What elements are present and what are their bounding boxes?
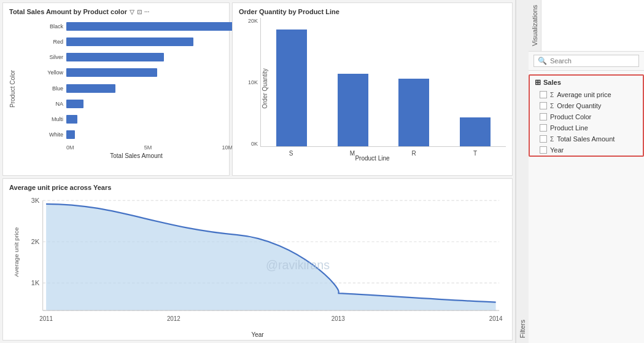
col-x-label: S bbox=[260, 150, 322, 157]
field-label: Product Line bbox=[550, 124, 588, 132]
area-chart-container: 3K 2K 1K 2011 2012 2013 2014 @ravikirans… bbox=[9, 194, 506, 331]
col-x-title: Product Line bbox=[355, 155, 389, 162]
svg-text:2012: 2012 bbox=[167, 315, 180, 322]
bar-row: White bbox=[40, 129, 233, 141]
field-label: Order Quantity bbox=[557, 102, 601, 109]
field-checkbox[interactable] bbox=[540, 102, 547, 109]
field-item[interactable]: ΣTotal Sales Amount bbox=[530, 133, 643, 144]
bar-chart-title-text: Total Sales Amount by Product color bbox=[9, 8, 127, 15]
bar-chart-card: Total Sales Amount by Product color ▽ ⊡ … bbox=[2, 2, 230, 176]
bar-row: Black bbox=[40, 20, 233, 32]
col-y-tick-20k: 20K bbox=[248, 18, 258, 24]
search-box[interactable]: 🔍 bbox=[533, 55, 639, 67]
field-item[interactable]: ΣAverage unit price bbox=[530, 89, 643, 100]
bar-fill bbox=[66, 22, 233, 31]
sidebar: Filters Visualizations 🔍 ⊞ Sales bbox=[515, 0, 644, 343]
col-bars bbox=[260, 18, 506, 147]
field-label: Total Sales Amount bbox=[557, 135, 615, 143]
field-item[interactable]: Year bbox=[530, 144, 643, 156]
main-content: Total Sales Amount by Product color ▽ ⊡ … bbox=[0, 0, 515, 343]
bar-label: NA bbox=[40, 101, 63, 107]
field-checkbox[interactable] bbox=[540, 146, 547, 154]
bar-fill bbox=[66, 37, 193, 46]
col-y-tick-0k: 0K bbox=[251, 141, 258, 147]
bar-row: Red bbox=[40, 36, 233, 47]
bar-x-tick: 10M bbox=[222, 144, 233, 151]
bar-x-tick: 0M bbox=[66, 144, 74, 151]
bar-row: Blue bbox=[40, 82, 233, 94]
col-x-label: T bbox=[444, 150, 506, 157]
col-chart-title: Order Quantity by Product Line bbox=[239, 8, 506, 15]
field-checkbox[interactable] bbox=[540, 135, 547, 143]
field-sigma: Σ bbox=[550, 103, 554, 109]
col-bar-group bbox=[261, 18, 322, 146]
area-chart-title: Average unit price across Years bbox=[9, 184, 506, 191]
bar-y-axis-label: Product Color bbox=[9, 18, 21, 159]
col-bar-group bbox=[322, 18, 384, 146]
sales-group-label: Sales bbox=[543, 79, 561, 86]
field-item[interactable]: Product Line bbox=[530, 122, 643, 133]
bar-fill bbox=[66, 100, 83, 108]
more-icon[interactable]: ··· bbox=[144, 9, 149, 15]
sidebar-inner: Filters Visualizations 🔍 ⊞ Sales bbox=[516, 0, 644, 343]
bar-fill bbox=[66, 115, 77, 124]
field-checkbox[interactable] bbox=[540, 113, 547, 120]
svg-text:3K: 3K bbox=[31, 197, 40, 204]
bar-label: Multi bbox=[40, 116, 63, 122]
col-bar bbox=[398, 79, 429, 146]
col-y-tick-10k: 10K bbox=[248, 79, 258, 85]
watermark-text: @ravikirans bbox=[266, 258, 330, 272]
area-chart-title-text: Average unit price across Years bbox=[9, 184, 111, 191]
bar-label: Blue bbox=[40, 85, 63, 92]
field-sigma: Σ bbox=[550, 136, 554, 143]
col-x-label: R bbox=[383, 150, 444, 157]
search-icon: 🔍 bbox=[538, 57, 547, 65]
svg-text:1K: 1K bbox=[31, 279, 40, 286]
area-x-title: Year bbox=[9, 331, 506, 338]
col-bar bbox=[276, 30, 307, 146]
top-row: Total Sales Amount by Product color ▽ ⊡ … bbox=[2, 2, 513, 176]
bar-x-tick: 5M bbox=[144, 144, 152, 151]
field-item[interactable]: ΣOrder Quantity bbox=[530, 100, 643, 111]
field-checkbox[interactable] bbox=[540, 124, 547, 132]
col-chart-card: Order Quantity by Product Line 20K 10K 0… bbox=[232, 2, 513, 176]
col-bar bbox=[460, 117, 491, 147]
field-checkbox[interactable] bbox=[540, 91, 547, 98]
area-chart-card: Average unit price across Years 3K 2K 1K… bbox=[2, 178, 513, 341]
bar-row: Silver bbox=[40, 52, 233, 63]
bar-rows: BlackRedSilverYellowBlueNAMultiWhite bbox=[40, 18, 233, 141]
visualizations-tab[interactable]: Visualizations bbox=[529, 0, 541, 51]
bar-label: White bbox=[40, 132, 63, 138]
bar-label: Black bbox=[40, 23, 63, 30]
bar-x-title: Total Sales Amount bbox=[40, 152, 233, 159]
col-bar-group bbox=[444, 18, 506, 146]
sidebar-right: Visualizations 🔍 ⊞ Sales ΣAverage unit p… bbox=[529, 0, 644, 343]
bar-chart-inner: BlackRedSilverYellowBlueNAMultiWhite 0M5… bbox=[21, 18, 233, 159]
bar-chart-title: Total Sales Amount by Product color ▽ ⊡ … bbox=[9, 8, 223, 15]
svg-text:2013: 2013 bbox=[332, 315, 345, 322]
bar-label: Silver bbox=[40, 54, 63, 60]
field-sigma: Σ bbox=[550, 92, 554, 98]
bar-label: Red bbox=[40, 39, 63, 45]
svg-text:2K: 2K bbox=[31, 238, 40, 245]
expand-icon[interactable]: ⊡ bbox=[137, 9, 142, 15]
field-label: Average unit price bbox=[557, 91, 611, 98]
sales-group-header[interactable]: ⊞ Sales bbox=[530, 76, 643, 89]
bar-chart-area: Product Color BlackRedSilverYellowBlueNA… bbox=[9, 18, 223, 159]
field-item[interactable]: Product Color bbox=[530, 111, 643, 122]
sales-field-group: ⊞ Sales ΣAverage unit priceΣOrder Quanti… bbox=[529, 74, 644, 157]
col-chart-title-text: Order Quantity by Product Line bbox=[239, 8, 339, 15]
table-icon: ⊞ bbox=[535, 78, 541, 87]
bar-fill bbox=[66, 68, 157, 77]
bar-fill bbox=[66, 130, 75, 139]
col-bar-group bbox=[384, 18, 445, 146]
bar-row: Yellow bbox=[40, 67, 233, 79]
sidebar-fields: ⊞ Sales ΣAverage unit priceΣOrder Quanti… bbox=[529, 71, 644, 343]
field-items: ΣAverage unit priceΣOrder QuantityProduc… bbox=[530, 89, 643, 156]
field-label: Year bbox=[550, 146, 564, 154]
area-chart-svg: 3K 2K 1K 2011 2012 2013 2014 @ravikirans… bbox=[9, 194, 506, 331]
filters-tab[interactable]: Filters bbox=[516, 0, 529, 343]
search-input[interactable] bbox=[550, 57, 635, 65]
svg-text:2014: 2014 bbox=[489, 315, 503, 322]
filter-icon[interactable]: ▽ bbox=[130, 9, 134, 15]
